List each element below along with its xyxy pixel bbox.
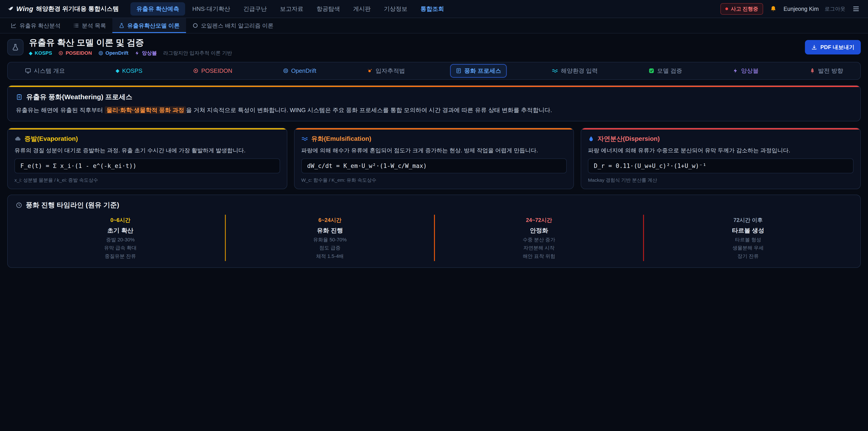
tab-label: 오일펜스 배치 알고리즘 이론 xyxy=(201,22,274,29)
tab-analysis-list[interactable]: 분석 목록 xyxy=(67,18,112,33)
timeline-grid: 0~6시간 초기 확산 증발 20-30% 유막 급속 확대 중질유분 잔류 6… xyxy=(16,215,852,261)
formula-caption: x_i: 성분별 몰분율 / k_ei: 증발 속도상수 xyxy=(14,177,280,183)
nav-item-board[interactable]: 게시판 xyxy=(347,2,377,16)
phase-stage: 초기 확산 xyxy=(20,226,221,235)
section-tab-poseidon[interactable]: POSEIDON xyxy=(188,65,238,77)
wing-logo-icon xyxy=(7,6,13,12)
card-description: 파랑 에너지에 의해 유류가 수중으로 분산되어 유막 두께가 감소하는 과정입… xyxy=(588,146,854,154)
phase-period: 24~72시간 xyxy=(438,217,640,224)
double-circle-icon xyxy=(98,51,103,56)
nav-item-oil-spill-prediction[interactable]: 유출유 확산예측 xyxy=(130,2,185,16)
card-description: 유류의 경질 성분이 대기로 증발하는 과정. 유출 초기 수시간 내에 가장 … xyxy=(14,146,280,154)
pdf-export-button[interactable]: PDF 내보내기 xyxy=(805,40,861,55)
section-tab-label: 발전 방향 xyxy=(818,67,843,75)
desc-text: 유출유는 해면에 유출된 직후부터 xyxy=(16,107,105,114)
target-icon xyxy=(58,51,63,56)
phase-stage: 타르볼 생성 xyxy=(648,226,848,235)
section-tab-label: OpenDrift xyxy=(291,67,316,74)
clock-icon xyxy=(16,202,22,208)
section-tab-bar: 시스템 개요 ◆ KOSPS POSEIDON OpenDrift 입자추적법 … xyxy=(7,62,861,80)
phase-stage: 안정화 xyxy=(438,226,640,235)
user-name: Eunjeong Kim xyxy=(783,6,819,12)
cloud-icon xyxy=(14,135,21,142)
app-logo[interactable]: Wing 해양환경 위기대응 통합시스템 xyxy=(7,5,119,13)
rocket-icon xyxy=(809,68,815,74)
section-tab-system-overview[interactable]: 시스템 개요 xyxy=(20,64,70,78)
badge-poseidon: POSEIDON xyxy=(58,50,92,56)
section-tab-label: POSEIDON xyxy=(201,67,232,74)
nav-item-integrated-search[interactable]: 통합조회 xyxy=(414,2,450,16)
section-tab-label: KOSPS xyxy=(122,67,143,74)
tab-diffusion-model-theory[interactable]: 유출유확산모델 이론 xyxy=(112,18,186,33)
section-tab-label: 앙상블 xyxy=(741,67,758,75)
tab-spill-analysis[interactable]: 유출유 확산분석 xyxy=(4,18,67,33)
pdf-button-label: PDF 내보내기 xyxy=(820,43,855,51)
monitor-icon xyxy=(25,68,31,74)
nav-right-area: 사고 진행중 Eunjeong Kim 로그아웃 xyxy=(720,3,861,15)
process-card-emulsification: 유화(Emulsification) 파랑에 의해 해수가 유류에 혼입되어 점… xyxy=(294,128,574,189)
status-dot-icon xyxy=(725,7,728,10)
section-tab-model-validation[interactable]: 모델 검증 xyxy=(643,64,688,78)
phase-detail: 점도 급증 xyxy=(229,245,430,251)
chart-icon xyxy=(11,23,17,29)
double-circle-icon xyxy=(283,68,288,73)
wave-icon xyxy=(301,135,308,142)
dispersion-formula: D_r = 0.11·(U_w+U_c)²·(1+U_w)⁻¹ xyxy=(588,158,854,173)
phase-period: 72시간 이후 xyxy=(648,217,848,224)
tab-oil-fence-theory[interactable]: 오일펜스 배치 알고리즘 이론 xyxy=(186,18,280,33)
diamond-icon: ◆ xyxy=(29,51,32,55)
section-tab-weathering-process[interactable]: 풍화 프로세스 xyxy=(450,64,506,78)
timeline-phase-stabilization: 24~72시간 안정화 수중 분산 증가 자연분해 시작 해안 표착 위험 xyxy=(434,215,643,261)
badge-label: POSEIDON xyxy=(66,50,92,56)
page-icon-box xyxy=(7,39,24,55)
logout-button[interactable]: 로그아웃 xyxy=(825,5,845,12)
model-badge-row: ◆ KOSPS POSEIDON OpenDrift 앙상블 라그랑지안 입자추… xyxy=(29,50,232,57)
phase-detail: 자연분해 시작 xyxy=(438,245,640,251)
desc-highlight: 물리·화학·생물학적 풍화 과정 xyxy=(105,106,186,114)
section-tab-ensemble[interactable]: 앙상블 xyxy=(727,64,764,78)
section-tab-label: 시스템 개요 xyxy=(34,67,65,75)
nav-item-hns-atmospheric[interactable]: HNS·대기확산 xyxy=(186,2,236,16)
phase-detail: 증발 20-30% xyxy=(20,237,221,243)
page-content: 유출유 확산 모델 이론 및 검증 ◆ KOSPS POSEIDON OpenD… xyxy=(0,33,868,279)
phase-detail: 수중 분산 증가 xyxy=(438,237,640,243)
app-title: 해양환경 위기대응 통합시스템 xyxy=(36,5,119,13)
clipboard-icon xyxy=(16,94,23,100)
menu-button[interactable] xyxy=(851,4,861,13)
top-navigation-bar: Wing 해양환경 위기대응 통합시스템 유출유 확산예측 HNS·대기확산 긴… xyxy=(0,0,868,18)
tab-label: 분석 목록 xyxy=(82,22,106,29)
logo-text: Wing xyxy=(16,5,33,13)
hamburger-icon xyxy=(852,5,860,13)
process-card-evaporation: 증발(Evaporation) 유류의 경질 성분이 대기로 증발하는 과정. … xyxy=(7,128,287,189)
nav-item-emergency-rescue[interactable]: 긴급구난 xyxy=(237,2,273,16)
nav-item-aerial-search[interactable]: 항공탐색 xyxy=(311,2,346,16)
weathering-timeline-section: 풍화 진행 타임라인 (원유 기준) 0~6시간 초기 확산 증발 20-30%… xyxy=(7,194,861,268)
nav-item-weather-info[interactable]: 기상정보 xyxy=(378,2,413,16)
target-icon xyxy=(193,68,198,73)
section-tab-opendrift[interactable]: OpenDrift xyxy=(278,65,322,77)
document-icon xyxy=(456,68,462,74)
section-tab-particle-tracking[interactable]: 입자추적법 xyxy=(362,64,410,78)
bell-icon xyxy=(770,5,777,12)
phase-detail: 유화율 50-70% xyxy=(229,237,430,243)
check-icon xyxy=(649,68,654,74)
section-tab-kosps[interactable]: ◆ KOSPS xyxy=(110,65,148,77)
phase-detail: 유막 급속 확대 xyxy=(20,245,221,251)
notifications-button[interactable] xyxy=(769,4,778,13)
section-tab-label: 풍화 프로세스 xyxy=(464,67,501,75)
nav-item-reports[interactable]: 보고자료 xyxy=(274,2,309,16)
incident-status-label: 사고 진행중 xyxy=(731,5,758,12)
desc-text: 을 거쳐 지속적으로 특성이 변화합니다. WING 시스템은 주요 풍화 프로… xyxy=(186,107,552,114)
evaporation-formula: F_e(t) = Σ x_i·(1 - e^(-k_ei·t)) xyxy=(14,158,280,173)
main-nav: 유출유 확산예측 HNS·대기확산 긴급구난 보고자료 항공탐색 게시판 기상정… xyxy=(130,2,450,16)
section-tab-label: 입자추적법 xyxy=(375,67,405,75)
diamond-icon: ◆ xyxy=(116,68,120,73)
section-tab-ocean-environment-input[interactable]: 해양환경 입력 xyxy=(546,64,603,78)
process-cards-row: 증발(Evaporation) 유류의 경질 성분이 대기로 증발하는 과정. … xyxy=(7,128,861,189)
incident-status-badge[interactable]: 사고 진행중 xyxy=(720,3,763,15)
phase-stage: 유화 진행 xyxy=(229,226,430,235)
phase-detail: 장기 잔류 xyxy=(648,253,848,259)
flask-icon xyxy=(119,23,125,29)
phase-detail: 체적 1.5-4배 xyxy=(229,253,430,259)
section-tab-future-direction[interactable]: 발전 방향 xyxy=(804,64,848,78)
